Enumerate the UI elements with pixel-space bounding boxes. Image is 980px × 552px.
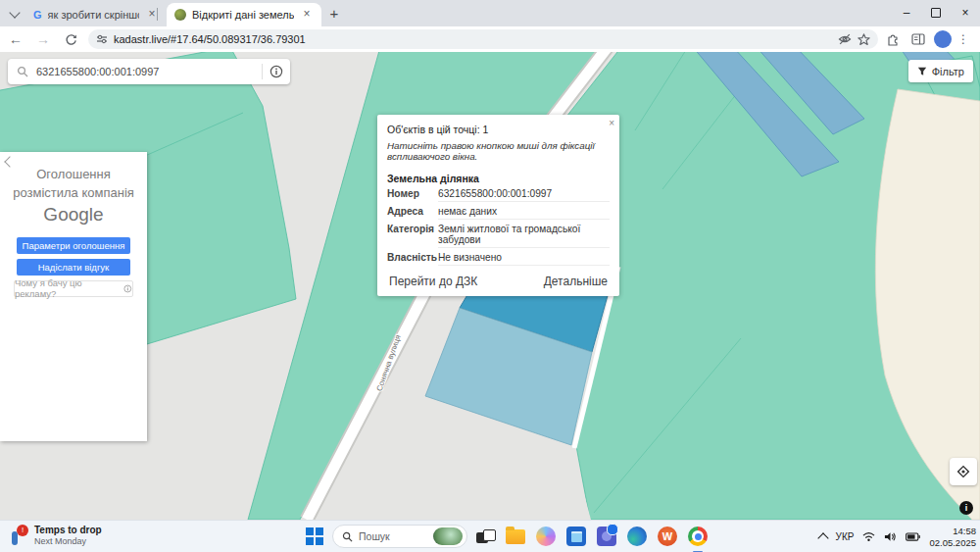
search-divider <box>262 64 263 79</box>
site-info-icon[interactable] <box>96 33 108 45</box>
browser-toolbar: ← → kadastr.live/#17.64/50.089317/36.793… <box>0 26 980 53</box>
task-view-icon <box>476 529 494 543</box>
geolocate-icon <box>956 464 971 479</box>
tray-time: 14:58 <box>929 526 976 537</box>
google-logo: Google <box>0 204 147 226</box>
popup-row-category: Категорія Землі житлової та громадської … <box>387 224 610 248</box>
parcel-search-value[interactable]: 6321655800:00:001:0997 <box>36 66 262 77</box>
popup-section-title: Земельна ділянка <box>387 173 610 184</box>
language-indicator[interactable]: УКР <box>836 531 855 542</box>
row-value: Землі житлової та громадської забудови <box>438 224 610 248</box>
ad-why-button[interactable]: Чому я бачу цю рекламу? <box>14 280 133 297</box>
search-highlight-image[interactable] <box>433 527 463 545</box>
ad-heading-line2: розмістила компанія <box>0 184 147 203</box>
row-value: Не визначено <box>438 252 610 266</box>
w-app-icon: W <box>658 527 677 546</box>
filter-button[interactable]: Фільтр <box>908 60 973 82</box>
parcel-search-box[interactable]: 6321655800:00:001:0997 <box>8 59 290 84</box>
back-button[interactable]: ← <box>4 27 27 51</box>
store-button[interactable] <box>564 524 589 549</box>
new-tab-button[interactable]: + <box>325 5 343 23</box>
weather-icon: ! <box>8 524 29 547</box>
search-icon <box>17 66 28 77</box>
parcel-info-popup: × Об'єктів в цій точці: 1 Натисніть прав… <box>377 115 619 296</box>
row-value: немає даних <box>438 206 610 220</box>
edge-icon <box>627 527 647 546</box>
folder-icon <box>506 529 525 544</box>
weather-widget[interactable]: ! Temps to drop Next Monday <box>8 524 102 547</box>
row-label: Адреса <box>387 206 438 220</box>
weather-headline: Temps to drop <box>34 525 102 536</box>
side-panel-button[interactable] <box>907 28 929 50</box>
window-close-button[interactable]: × <box>951 0 980 25</box>
clock[interactable]: 14:58 02.05.2025 <box>929 526 976 549</box>
window-minimize-button[interactable]: – <box>892 0 921 25</box>
eye-off-icon[interactable] <box>838 33 852 45</box>
browser-menu-button[interactable]: ⋮ <box>956 32 971 46</box>
teams-button[interactable] <box>594 524 619 549</box>
popup-row-ownership: Власність Не визначено <box>387 252 610 266</box>
geolocate-button[interactable] <box>950 458 977 485</box>
ad-settings-button[interactable]: Параметри оголошення <box>17 237 130 254</box>
tab-search-button[interactable] <box>6 5 24 23</box>
details-link[interactable]: Детальніше <box>544 275 608 288</box>
extensions-button[interactable] <box>882 28 904 50</box>
tray-date: 02.05.2025 <box>929 537 976 549</box>
ad-feedback-button[interactable]: Надіслати відгук <box>17 259 130 276</box>
ad-why-label: Чому я бачу цю рекламу? <box>15 277 121 299</box>
copilot-button[interactable] <box>533 524 559 549</box>
tab-kadastr-active[interactable]: Відкриті дані земельного кад × <box>167 3 321 26</box>
tab-title: як зробити скріншот на ноут <box>48 9 139 21</box>
ad-heading-line1: Оголошення <box>0 166 147 184</box>
w-app-button[interactable]: W <box>655 524 680 549</box>
tab-screenshot-search[interactable]: G як зробити скріншот на ноут × <box>25 3 167 26</box>
wifi-icon[interactable] <box>862 531 875 542</box>
forward-button[interactable]: → <box>31 27 55 51</box>
popup-row-number: Номер 6321655800:00:001:0997 <box>387 188 610 202</box>
ad-back-button[interactable] <box>2 156 14 168</box>
briefcase-icon <box>566 527 586 546</box>
chevron-down-icon <box>9 7 20 18</box>
row-label: Власність <box>387 252 438 266</box>
tab-close-icon[interactable]: × <box>300 8 314 22</box>
tab-divider <box>157 8 158 21</box>
filter-funnel-icon <box>917 67 927 76</box>
teams-icon <box>597 527 616 546</box>
weather-subtext: Next Monday <box>34 536 102 547</box>
hidden-icons-chevron[interactable] <box>817 532 828 543</box>
battery-icon[interactable] <box>906 532 920 541</box>
taskbar-search-box[interactable]: Пошук <box>332 525 467 548</box>
maximize-icon <box>931 8 941 18</box>
map-area: Сонячна вулиця 6321655800:00:001:0997 Фі… <box>0 52 980 520</box>
popup-title: Об'єктів в цій точці: 1 <box>387 124 610 135</box>
puzzle-icon <box>886 32 900 46</box>
task-view-button[interactable] <box>472 524 498 549</box>
popup-row-address: Адреса немає даних <box>387 206 610 220</box>
info-icon[interactable] <box>270 65 283 78</box>
window-maximize-button[interactable] <box>921 0 951 25</box>
address-bar[interactable]: kadastr.live/#17.64/50.089317/36.79301 <box>88 29 878 49</box>
windows-logo-icon <box>303 525 326 548</box>
popup-hint: Натисніть правою кнопкою миші для фіксац… <box>387 140 610 162</box>
copilot-icon <box>536 527 556 546</box>
taskbar: ! Temps to drop Next Monday Пошук <box>0 520 980 552</box>
google-favicon-icon: G <box>33 9 42 21</box>
profile-avatar[interactable] <box>934 30 952 48</box>
reload-icon <box>65 33 77 46</box>
side-panel-icon <box>911 33 925 45</box>
chevron-left-icon <box>4 156 15 167</box>
chrome-button[interactable] <box>685 524 710 549</box>
kadastr-favicon-icon <box>174 9 186 21</box>
file-explorer-button[interactable] <box>503 524 528 549</box>
popup-close-icon[interactable]: × <box>609 118 614 128</box>
edge-button[interactable] <box>624 524 650 549</box>
map-attribution-info-button[interactable]: i <box>959 501 973 515</box>
search-placeholder: Пошук <box>359 530 427 542</box>
volume-icon[interactable] <box>884 531 897 542</box>
goto-dzk-link[interactable]: Перейти до ДЗК <box>389 275 477 288</box>
reload-button[interactable] <box>59 27 82 51</box>
url-text[interactable]: kadastr.live/#17.64/50.089317/36.79301 <box>114 33 832 45</box>
start-button[interactable] <box>302 524 327 549</box>
search-icon <box>342 531 353 542</box>
bookmark-star-icon[interactable] <box>858 33 870 46</box>
